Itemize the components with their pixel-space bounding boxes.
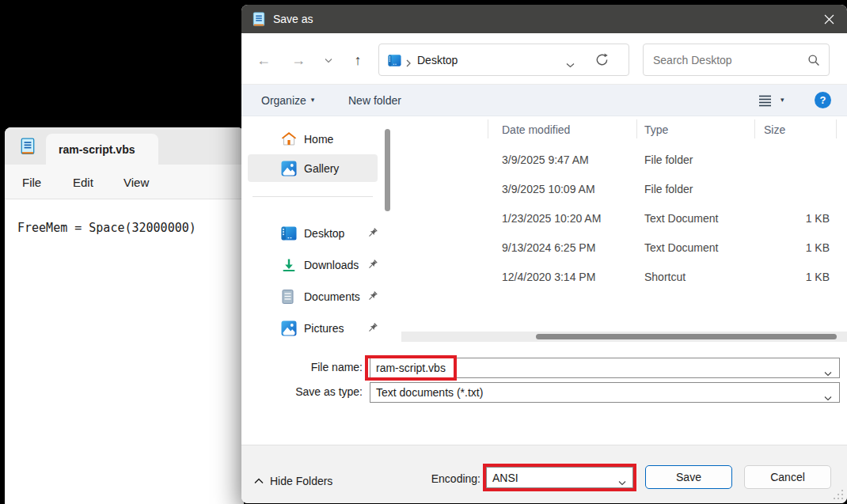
encoding-dropdown-icon [618,476,626,488]
view-options-icon[interactable] [755,92,774,109]
desktop-folder-icon [388,54,401,67]
sidebar-item-desktop[interactable]: Desktop [248,221,378,245]
notepad-tab[interactable]: ram-script.vbs [46,134,158,165]
cell-size [754,177,830,201]
dialog-toolbar: Organize ▾ New folder ▾ ? [241,84,847,116]
back-icon[interactable]: ← [253,49,275,71]
sidebar-item-label: Desktop [304,227,344,240]
column-separator [836,119,837,138]
save-button[interactable]: Save [645,465,732,489]
close-icon[interactable] [817,8,841,30]
help-icon[interactable]: ? [815,92,831,108]
organize-button[interactable]: Organize ▾ [261,85,314,116]
cell-size: 1 KB [754,265,830,289]
cell-date-modified: 3/9/2025 10:09 AM [502,177,595,201]
refresh-icon[interactable] [594,52,610,68]
sidebar-item-documents[interactable]: Documents [248,284,378,309]
sidebar-item-downloads[interactable]: Downloads [248,252,378,277]
cell-date-modified: 9/13/2024 6:25 PM [502,236,595,260]
organize-caret-icon: ▾ [311,97,315,104]
cell-date-modified: 3/9/2025 9:47 AM [502,148,589,172]
save-as-type-value: Text documents (*.txt) [370,386,483,399]
save-button-label: Save [676,471,701,483]
address-dropdown-icon[interactable] [566,58,575,70]
notepad-tab-strip: ram-script.vbs [5,127,244,165]
sidebar-scrollbar[interactable] [385,129,390,211]
save-as-type-label: Save as type: [241,385,363,398]
sidebar-item-gallery[interactable]: Gallery [248,154,378,182]
column-header-size[interactable]: Size [764,123,785,136]
cancel-button-label: Cancel [770,471,805,483]
notepad-tab-title: ram-script.vbs [59,143,135,156]
forward-icon[interactable]: → [287,49,310,71]
column-separator [488,119,488,138]
table-row[interactable]: 12/4/2020 3:14 PM Shortcut 1 KB [400,265,843,289]
new-folder-label: New folder [348,94,401,107]
pin-icon [367,290,379,303]
sidebar-item-label: Home [304,133,333,146]
hide-folders-button[interactable]: Hide Folders [254,473,332,489]
cell-type: Text Document [644,207,718,230]
address-bar[interactable]: Desktop [378,44,629,76]
menu-file[interactable]: File [22,165,41,199]
pictures-icon [281,320,297,336]
file-name-input[interactable] [370,358,839,377]
new-folder-button[interactable]: New folder [348,85,401,116]
horizontal-scrollbar[interactable] [401,332,847,342]
cell-type: File folder [644,148,693,172]
encoding-label: Encoding: [360,472,480,485]
organize-label: Organize [261,94,306,107]
sidebar-item-label: Downloads [304,259,359,271]
menu-edit[interactable]: Edit [73,165,93,199]
file-name-label: File name: [241,361,363,373]
horizontal-scrollbar-thumb[interactable] [536,334,837,339]
cancel-button[interactable]: Cancel [744,465,831,489]
table-row[interactable]: 9/13/2024 6:25 PM Text Document 1 KB [400,236,843,260]
up-icon[interactable]: ↑ [347,49,369,71]
cell-date-modified: 1/23/2025 10:20 AM [502,207,601,230]
column-separator [754,119,755,138]
notepad-app-icon [16,135,40,158]
table-row[interactable]: 3/9/2025 9:47 AM File folder [400,148,843,172]
notepad-text: FreeMem = Space(32000000) [17,221,196,235]
sidebar-item-label: Documents [304,290,360,303]
dialog-titlebar: Save as [241,5,847,33]
notepad-menubar: File Edit View [5,165,244,199]
cell-type: File folder [644,177,693,201]
column-header-type[interactable]: Type [644,123,668,136]
pin-icon [367,259,379,271]
encoding-select[interactable]: ANSI [486,467,633,488]
sidebar-item-home[interactable]: Home [248,127,378,151]
dialog-content: Home Gallery Desktop [241,116,847,348]
table-row[interactable]: 1/23/2025 10:20 AM Text Document 1 KB [400,207,843,230]
view-caret-icon[interactable]: ▾ [781,85,784,116]
save-as-type-dropdown-icon [824,391,832,404]
cell-size: 1 KB [754,207,830,230]
column-header-date-modified[interactable]: Date modified [502,123,570,136]
home-icon [281,131,297,147]
documents-icon [281,289,297,305]
gallery-icon [281,161,297,176]
save-as-type-select[interactable]: Text documents (*.txt) [370,382,840,403]
pin-icon [367,227,379,240]
menu-view[interactable]: View [123,165,149,199]
history-chevron-icon[interactable] [321,49,336,71]
sidebar-divider [253,196,373,197]
sidebar-item-label: Gallery [304,162,339,175]
hide-folders-label: Hide Folders [270,475,332,487]
cell-date-modified: 12/4/2020 3:14 PM [502,265,595,289]
file-name-dropdown-icon[interactable] [824,366,832,379]
search-input[interactable] [644,44,829,75]
notepad-window: ram-script.vbs File Edit View FreeMem = … [5,127,244,504]
chevron-up-icon [254,478,264,484]
sidebar-item-label: Pictures [304,322,344,335]
encoding-value: ANSI [487,472,518,484]
sidebar-item-pictures[interactable]: Pictures [248,316,378,340]
breadcrumb[interactable]: Desktop [417,44,458,75]
column-separator [636,119,637,138]
notepad-editor[interactable]: FreeMem = Space(32000000) [5,200,244,504]
resize-grip[interactable] [834,490,843,499]
table-row[interactable]: 3/9/2025 10:09 AM File folder [400,177,843,201]
dialog-fields: File name: Save as type: Text documents … [241,348,847,445]
cell-size [754,148,830,172]
